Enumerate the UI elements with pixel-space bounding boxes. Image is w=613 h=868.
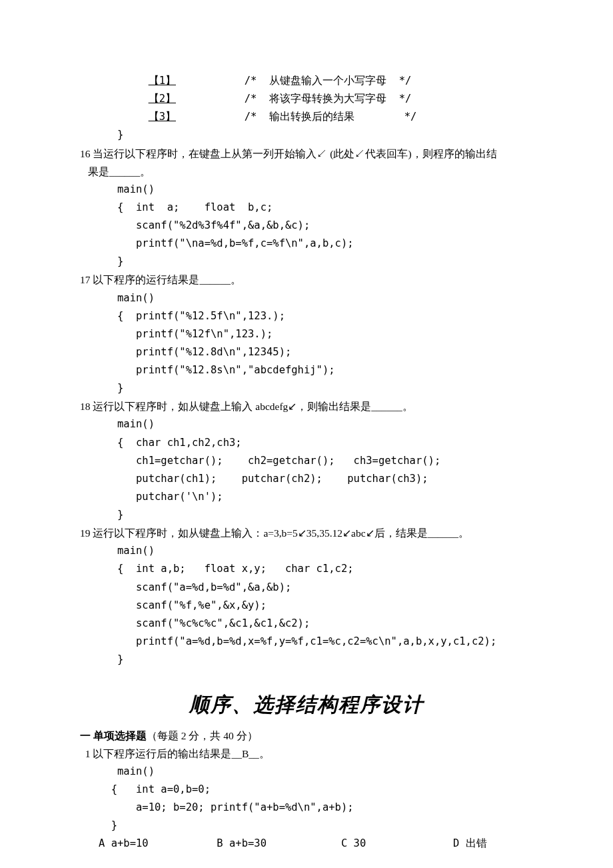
q16-stem-2: 果是______。 [80,163,533,181]
section-heading: 一 单项选择题（每题 2 分，共 40 分） [80,727,533,745]
mc1-stem: 1 以下程序运行后的输出结果是__B__。 [80,745,533,763]
q16-code-2: { int a; float b,c; [80,199,533,217]
q19-code-3: scanf("a=%d,b=%d",&a,&b); [80,579,533,597]
q17-code-4: printf("%12.8d\n",12345); [80,343,533,361]
q18-code-2: { char ch1,ch2,ch3; [80,434,533,452]
mc1-option-a: A a+b=10 [99,837,149,849]
q17-code-5: printf("%12.8s\n","abcdefghij"); [80,361,533,379]
mc1-options: A a+b=10 B a+b=30 C 30 D 出错 [80,835,533,853]
q16-num: 16 [80,148,91,159]
q16-code-1: main() [80,181,533,199]
q17-code-6: } [80,379,533,397]
q16-code-4: printf("\na=%d,b=%f,c=%f\n",a,b,c); [80,235,533,253]
q18-code-3: ch1=getchar(); ch2=getchar(); ch3=getcha… [80,452,533,470]
mc1-code-2: { int a=0,b=0; [80,781,533,799]
close-brace: } [80,126,533,144]
q19-code-2: { int a,b; float x,y; char c1,c2; [80,560,533,578]
q18-code-6: } [80,506,533,524]
mc1-code-4: } [80,817,533,835]
q18-code-1: main() [80,415,533,433]
blank-line-1: 【1】 /* 从键盘输入一个小写字母 */ [80,72,533,90]
blank-1-comment: /* 从键盘输入一个小写字母 */ [245,75,412,87]
blank-1-label: 【1】 [149,75,176,87]
q16-code-3: scanf("%2d%3f%4f",&a,&b,&c); [80,217,533,235]
blank-line-3: 【3】 /* 输出转换后的结果 */ [80,108,533,126]
mc1-option-b: B a+b=30 [217,837,267,849]
q17-code-3: printf("%12f\n",123.); [80,325,533,343]
q19-code-4: scanf("%f,%e",&x,&y); [80,597,533,615]
blank-line-2: 【2】 /* 将该字母转换为大写字母 */ [80,90,533,108]
blank-3-label: 【3】 [149,111,176,123]
q17-code-1: main() [80,289,533,307]
q19-code-7: } [80,651,533,669]
q17-code-2: { printf("%12.5f\n",123.); [80,307,533,325]
q19-num: 19 [80,527,91,539]
section-label: 一 单项选择题 [80,730,147,741]
chapter-title: 顺序、选择结构程序设计 [80,687,533,723]
mc1-code-1: main() [80,763,533,781]
q17-num: 17 [80,274,91,285]
mc1-option-d: D 出错 [453,837,487,849]
q18-stem: 18 运行以下程序时，如从键盘上输入 abcdefg↙，则输出结果是______… [80,397,533,415]
blank-2-comment: /* 将该字母转换为大写字母 */ [245,93,412,105]
q18-code-5: putchar('\n'); [80,488,533,506]
q18-code-4: putchar(ch1); putchar(ch2); putchar(ch3)… [80,470,533,488]
q16-code-5: } [80,253,533,271]
blank-3-comment: /* 输出转换后的结果 */ [245,111,417,123]
mc1-num: 1 [85,748,91,759]
q19-code-5: scanf("%c%c%c",&c1,&c1,&c2); [80,615,533,633]
q17-stem: 17 以下程序的运行结果是______。 [80,271,533,289]
mc1-option-c: C 30 [341,837,366,849]
blank-2-label: 【2】 [149,93,176,105]
q18-num: 18 [80,401,91,412]
q19-code-6: printf("a=%d,b=%d,x=%f,y=%f,c1=%c,c2=%c\… [80,633,533,651]
q16-stem-1: 16 当运行以下程序时，在键盘上从第一列开始输入↙ (此处↙代表回车)，则程序的… [80,145,533,163]
mc1-code-3: a=10; b=20; printf("a+b=%d\n",a+b); [80,799,533,817]
section-paren: （每题 2 分，共 40 分） [147,730,258,741]
q19-stem: 19 运行以下程序时，如从键盘上输入：a=3,b=5↙35,35.12↙abc↙… [80,524,533,542]
page: 【1】 /* 从键盘输入一个小写字母 */ 【2】 /* 将该字母转换为大写字母… [0,0,613,868]
q19-code-1: main() [80,542,533,560]
